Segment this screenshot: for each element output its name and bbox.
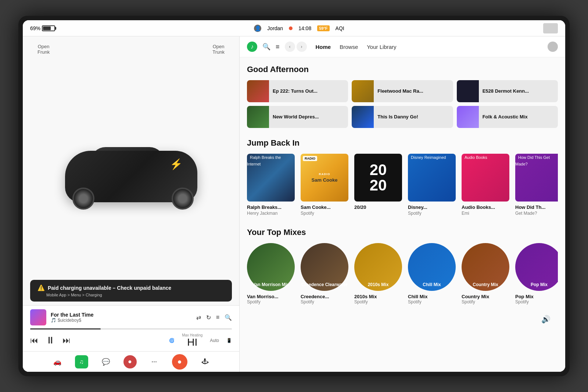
tesla-frame: 69% 👤 Jordan 14:08 59°F AQI — [18, 16, 570, 376]
nav-arrows: ‹ › — [285, 42, 307, 52]
recent-card-newworld[interactable]: New World Depres... — [247, 106, 348, 128]
music-progress-bar[interactable] — [30, 328, 232, 329]
chill-label: Chill Mix — [408, 294, 456, 299]
spotify-taskbar-icon[interactable]: ♫ — [75, 355, 88, 368]
recent-card-dermot[interactable]: E528 Dermot Kenn... — [457, 80, 558, 102]
album-2020[interactable]: 2020 20/20 — [354, 154, 402, 216]
mix-2010s[interactable]: 2010s Mix 2010s Mix Spotify — [354, 243, 402, 304]
greeting-title: Good Afternoon — [247, 65, 558, 74]
back-arrow[interactable]: ‹ — [285, 42, 295, 52]
taskbar: 🚗 ♫ 💬 ● ··· ● 🕹 — [23, 351, 239, 372]
music-thumbnail — [30, 309, 46, 325]
library-nav-link[interactable]: Your Library — [367, 44, 396, 50]
auto-climate-label: Auto — [210, 338, 219, 343]
spotify-panel: ♪ 🔍 ≡ ‹ › Home Browse Your Library — [240, 36, 565, 372]
search-music-icon[interactable]: 🔍 — [225, 314, 232, 321]
home-nav-link[interactable]: Home — [316, 44, 331, 50]
shuffle-icon[interactable]: ⇄ — [196, 314, 201, 321]
username: Jordan — [267, 25, 283, 31]
howdid-title: How Did Th... — [515, 204, 558, 211]
samcooke-art: RADIO Sam Cooke RADIO — [301, 154, 348, 202]
camera-taskbar-icon[interactable]: ● — [123, 355, 137, 368]
album-ralph[interactable]: Ralph Breaks the Internet Ralph Breaks..… — [247, 154, 295, 216]
messages-taskbar-icon[interactable]: 💬 — [99, 355, 112, 368]
2010s-overlay: 2010s Mix — [354, 282, 402, 287]
mix-chill[interactable]: Chill Mix Chill Mix Spotify — [408, 243, 456, 304]
2010s-art: 2010s Mix — [354, 243, 402, 291]
mix-country[interactable]: Country Mix Country Mix Spotify — [462, 243, 509, 304]
2010s-label: 2010s Mix — [354, 294, 402, 299]
equalizer-icon[interactable]: ≡ — [216, 314, 219, 321]
album-disney[interactable]: Disney Reimagined Disney... Spotify — [408, 154, 456, 216]
ep222-label: Ep 222: Turns Out... — [273, 88, 318, 95]
ralph-art: Ralph Breaks the Internet — [247, 154, 295, 202]
spotify-nav: ♪ 🔍 ≡ ‹ › Home Browse Your Library — [240, 36, 565, 57]
search-icon[interactable]: 🔍 — [262, 43, 270, 51]
nav-links: Home Browse Your Library — [316, 44, 397, 50]
mix-creedence[interactable]: Creedence Clearwater Creedence... Spotif… — [301, 243, 348, 304]
vanmorrison-art: Van Morrison Mix — [247, 243, 295, 291]
car-visual: ⚡ — [23, 62, 239, 276]
next-button[interactable]: ⏭ — [62, 336, 71, 345]
howdid-sub: Get Made? — [515, 211, 558, 216]
vanmorrison-sub: Spotify — [247, 299, 295, 304]
disney-sub: Spotify — [408, 211, 456, 216]
repeat-icon[interactable]: ↻ — [206, 314, 211, 321]
charging-subtext: Mobile App > Menu > Charging — [46, 293, 225, 297]
chill-art: Chill Mix — [408, 243, 456, 291]
gamepad-icon[interactable]: 🕹 — [198, 355, 212, 368]
pause-button[interactable]: ⏸ — [46, 335, 55, 346]
user-avatar[interactable] — [548, 42, 558, 52]
country-art: Country Mix — [462, 243, 509, 291]
album-howdid[interactable]: How Did This Get Made? How Did Th... Get… — [515, 154, 558, 216]
open-frunk-button[interactable]: OpenFrunk — [37, 44, 50, 55]
car-wheel-left — [72, 188, 94, 210]
pop-overlay: Pop Mix — [515, 282, 558, 287]
music-info-row: For the Last Time 🎵 $uicideboy$ ⇄ ↻ ≡ 🔍 — [30, 309, 232, 325]
car-taskbar-icon[interactable]: 🚗 — [51, 355, 64, 368]
car-wheel-right — [172, 188, 194, 210]
recent-card-fleetwood[interactable]: Fleetwood Mac Ra... — [352, 80, 453, 102]
record-button[interactable]: ● — [172, 354, 187, 370]
tesla-screen: 69% 👤 Jordan 14:08 59°F AQI — [23, 20, 565, 372]
music-controls-right: ⇄ ↻ ≡ 🔍 — [196, 314, 232, 321]
mix-vanmorrison[interactable]: Van Morrison Mix Van Morriso... Spotify — [247, 243, 295, 304]
battery-percent: 69% — [30, 25, 40, 31]
album-audiobooks[interactable]: Audio Books Audio Books... Emi — [462, 154, 509, 216]
forward-arrow[interactable]: › — [297, 42, 307, 52]
spotify-logo[interactable]: ♪ — [247, 42, 257, 52]
ep222-thumb — [247, 80, 269, 102]
climate-controls: 🌀 Max Heating HI Auto 📱 — [169, 333, 232, 348]
mix-pop[interactable]: Pop Mix Pop Mix Spotify — [515, 243, 558, 304]
volume-icon[interactable]: 🔊 — [541, 315, 551, 324]
top-mixes-title: Your Top Mixes — [247, 228, 558, 237]
battery-bar — [42, 25, 55, 31]
country-sub: Spotify — [462, 299, 509, 304]
2010s-sub: Spotify — [354, 299, 402, 304]
album-samcooke[interactable]: RADIO Sam Cooke RADIO Sam Cooke... Spoti… — [301, 154, 348, 216]
dots-menu[interactable]: ··· — [148, 355, 161, 368]
browse-nav-link[interactable]: Browse — [340, 44, 358, 50]
climate-fan-icon: 🌀 — [169, 338, 175, 343]
filter-icon[interactable]: ≡ — [276, 43, 280, 51]
battery-fill — [43, 26, 51, 30]
previous-button[interactable]: ⏮ — [30, 336, 38, 345]
status-bar: 69% 👤 Jordan 14:08 59°F AQI — [23, 20, 565, 36]
open-trunk-button[interactable]: OpenTrunk — [212, 44, 225, 55]
2020-art: 2020 — [354, 154, 402, 202]
folk-label: Folk & Acoustic Mix — [483, 114, 528, 120]
recent-card-danny[interactable]: This Is Danny Go! — [352, 106, 453, 128]
music-progress-fill — [30, 328, 101, 329]
creedence-art: Creedence Clearwater — [301, 243, 348, 291]
recent-card-folk[interactable]: Folk & Acoustic Mix — [457, 106, 558, 128]
howdid-art: How Did This Get Made? — [515, 154, 558, 202]
dermot-label: E528 Dermot Kenn... — [483, 88, 529, 95]
creedence-overlay: Creedence Clearwater — [301, 282, 348, 287]
temp-hi-display: HI — [182, 337, 202, 348]
rec-dot — [289, 26, 293, 30]
recent-card-ep222[interactable]: Ep 222: Turns Out... — [247, 80, 348, 102]
pop-label: Pop Mix — [515, 294, 558, 299]
recent-grid: Ep 222: Turns Out... Fleetwood Mac Ra...… — [247, 80, 558, 128]
artist-name: $uicideboy$ — [58, 318, 81, 323]
country-label: Country Mix — [462, 294, 509, 299]
